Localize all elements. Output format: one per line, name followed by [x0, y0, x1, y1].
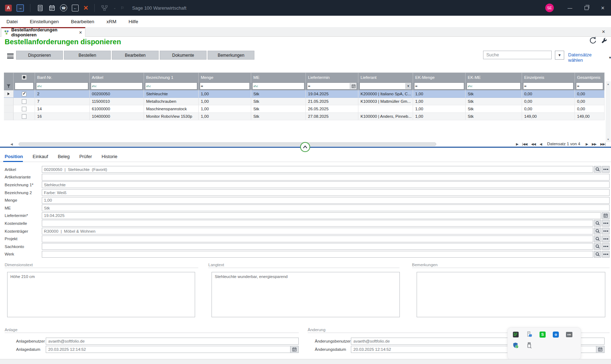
- lookup-icon[interactable]: [594, 243, 601, 250]
- more-options-icon[interactable]: [602, 236, 610, 242]
- cell-bezeichnung[interactable]: Maschinenspannstock: [144, 105, 199, 113]
- filter-dropdown-button[interactable]: [555, 51, 564, 60]
- sachkonto-input[interactable]: [42, 243, 593, 250]
- cell-ek-me[interactable]: Stk: [466, 113, 522, 120]
- row-checkbox[interactable]: [14, 105, 35, 113]
- tab-bestellanforderungen[interactable]: Bestellanforderungen disponieren ✕: [1, 27, 85, 37]
- calendar-icon[interactable]: [596, 346, 604, 353]
- werk-input[interactable]: [42, 251, 593, 258]
- bearbeiten-button[interactable]: Bearbeiten: [112, 51, 159, 60]
- cell-banf[interactable]: 7: [35, 98, 90, 105]
- phone-icon[interactable]: ☎: [60, 4, 67, 11]
- horizontal-scrollbar-thumb[interactable]: [19, 142, 436, 146]
- menu-xrm[interactable]: xRM: [106, 19, 116, 24]
- collapse-panel-button[interactable]: [300, 142, 310, 152]
- cell-artikel[interactable]: 61000000: [90, 105, 144, 113]
- bezeichnung2-input[interactable]: [42, 189, 610, 196]
- lookup-icon[interactable]: [594, 228, 601, 234]
- kostenstelle-input[interactable]: [42, 220, 593, 227]
- pager-last-icon[interactable]: ▶▶|: [600, 142, 605, 146]
- tab-beleg[interactable]: Beleg: [58, 154, 70, 159]
- access-app-icon[interactable]: A: [5, 5, 12, 11]
- cell-lieferant[interactable]: [358, 105, 413, 113]
- filter-artikel-input[interactable]: [98, 83, 142, 89]
- cell-banf[interactable]: 14: [35, 105, 90, 113]
- cell-liefertermin[interactable]: 27.08.2025: [306, 113, 358, 120]
- sage-icon[interactable]: S: [540, 332, 546, 338]
- minimize-button[interactable]: —: [562, 0, 578, 16]
- table-row[interactable]: 16 10400000 Monitor RoboView 1530p 1,00 …: [4, 113, 605, 120]
- scroll-down-icon[interactable]: ▼: [607, 137, 610, 142]
- filter-ek-menge-input[interactable]: [418, 83, 464, 89]
- cell-banf[interactable]: 2: [35, 90, 90, 98]
- cell-menge[interactable]: 1,00: [199, 98, 251, 105]
- calendar-icon[interactable]: [48, 4, 55, 11]
- cell-ek-menge[interactable]: 1,00: [413, 98, 466, 105]
- lookup-icon[interactable]: [594, 236, 601, 242]
- lookup-icon[interactable]: [594, 251, 601, 258]
- cell-me[interactable]: Stk: [251, 98, 306, 105]
- col-ek-menge[interactable]: EK-Menge: [413, 73, 466, 82]
- filter-liefertermin-input[interactable]: [311, 83, 350, 89]
- projekt-input[interactable]: [42, 236, 593, 242]
- cell-me[interactable]: Stk: [251, 105, 306, 113]
- row-checkbox[interactable]: [14, 98, 35, 105]
- cell-lieferant[interactable]: K100003 | Mattmüller Gm...: [358, 98, 413, 105]
- cell-liefertermin[interactable]: 21.05.2025: [306, 98, 358, 105]
- langtext-textarea[interactable]: Stehleuchte wunderbar, energiesparend: [212, 272, 400, 317]
- pager-expand-icon[interactable]: ▶: [516, 142, 518, 146]
- cell-me[interactable]: Stk: [251, 90, 306, 98]
- cell-einzelpreis[interactable]: 0,00: [522, 90, 575, 98]
- col-lieferant[interactable]: Lieferant: [358, 73, 413, 82]
- cell-me[interactable]: Stk: [251, 113, 306, 120]
- cell-ek-me[interactable]: Stk: [466, 105, 522, 113]
- lookup-icon[interactable]: [594, 166, 601, 173]
- bezeichnung1-input[interactable]: [42, 181, 610, 188]
- pager-first-icon[interactable]: |◀◀: [522, 142, 527, 146]
- row-checkbox[interactable]: [14, 113, 35, 120]
- tab-position[interactable]: Position: [5, 154, 23, 159]
- code-window-icon[interactable]: [512, 331, 519, 338]
- search-input[interactable]: [483, 51, 551, 59]
- menu-einstellungen[interactable]: Einstellungen: [30, 19, 59, 24]
- table-row[interactable]: 2 00200050 Stehleuchte 1,00 Stk 19.04.20…: [4, 90, 605, 98]
- filter-lieferant-input[interactable]: [360, 83, 405, 89]
- more-options-icon[interactable]: [602, 166, 610, 173]
- col-liefertermin[interactable]: Liefertermin: [306, 73, 358, 82]
- pin-icon[interactable]: ⚐: [121, 6, 124, 10]
- more-options-icon[interactable]: [602, 243, 610, 250]
- lookup-icon[interactable]: [594, 220, 601, 227]
- calendar-icon[interactable]: [602, 212, 610, 219]
- pager-prev-page-icon[interactable]: ◀◀: [531, 142, 536, 146]
- dokumente-button[interactable]: Dokumente: [160, 51, 207, 60]
- user-avatar[interactable]: SE: [545, 4, 554, 12]
- tab-close-icon[interactable]: ✕: [79, 30, 82, 35]
- cell-liefertermin[interactable]: 19.04.2025: [306, 90, 358, 98]
- menu-bearbeiten[interactable]: Bearbeiten: [71, 19, 94, 24]
- cell-lieferant[interactable]: K100000 | Anders, Pinneb...: [358, 113, 413, 120]
- filter-ek-me-input[interactable]: [473, 83, 520, 89]
- more-options-icon[interactable]: [602, 220, 610, 227]
- menge-input[interactable]: [42, 197, 610, 204]
- cell-ek-me[interactable]: Stk: [466, 90, 522, 98]
- cell-menge[interactable]: 1,00: [199, 113, 251, 120]
- pager-prev-icon[interactable]: ◀: [540, 142, 542, 146]
- menu-hilfe[interactable]: Hilfe: [129, 19, 138, 24]
- server-cloud-icon[interactable]: [526, 331, 532, 338]
- row-checkbox[interactable]: [14, 90, 35, 98]
- scroll-left-icon[interactable]: ◀: [10, 142, 13, 146]
- table-row[interactable]: 7 11500010 Metallschrauben 1,00 Stk 21.0…: [4, 98, 605, 105]
- restore-button[interactable]: [578, 0, 595, 16]
- cell-menge[interactable]: 1,00: [199, 105, 251, 113]
- col-banf-nr[interactable]: Banf-Nr.: [35, 73, 90, 82]
- anlagebenutzer-input[interactable]: [46, 338, 298, 344]
- kostentraeger-input[interactable]: [42, 228, 593, 234]
- outlook-icon[interactable]: o: [553, 332, 559, 338]
- shield-check-icon[interactable]: [512, 342, 519, 349]
- cell-lieferant[interactable]: K200000 | Italiano SpA, C...: [358, 90, 413, 98]
- bemerkungen-button[interactable]: Bemerkungen: [208, 51, 254, 60]
- cell-gesamtpreis[interactable]: 0,00: [575, 105, 605, 113]
- calendar-icon[interactable]: [350, 83, 357, 89]
- cell-gesamtpreis[interactable]: 149,00: [575, 113, 605, 120]
- pager-next-icon[interactable]: ▶: [586, 142, 588, 146]
